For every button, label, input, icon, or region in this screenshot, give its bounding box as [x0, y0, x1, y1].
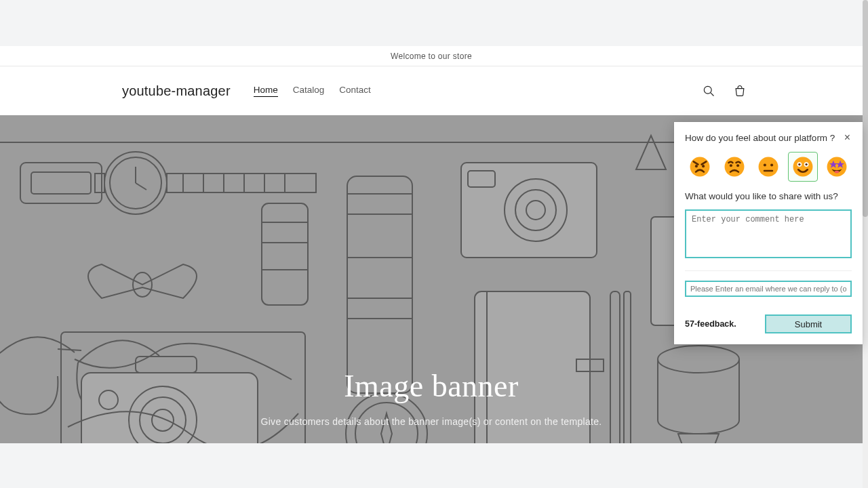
svg-point-67 [793, 157, 812, 177]
primary-nav: Home Catalog Contact [254, 85, 371, 97]
cart-icon[interactable] [732, 83, 747, 98]
emoji-neutral[interactable] [753, 152, 783, 182]
svg-line-1 [711, 93, 714, 96]
emoji-rating-row [685, 152, 852, 182]
svg-point-64 [764, 163, 766, 166]
announcement-bar: Welcome to our store [0, 46, 863, 66]
svg-point-62 [736, 164, 739, 167]
search-icon[interactable] [701, 83, 716, 98]
svg-point-55 [690, 157, 710, 177]
hero-title: Image banner [344, 368, 519, 404]
svg-point-58 [695, 165, 698, 167]
svg-point-59 [702, 165, 705, 167]
site-logo-text[interactable]: youtube-manager [122, 83, 231, 99]
svg-point-71 [805, 163, 807, 165]
svg-point-69 [798, 163, 800, 165]
svg-point-61 [729, 164, 732, 167]
nav-contact[interactable]: Contact [339, 85, 371, 97]
feedback-close-button[interactable]: × [843, 131, 852, 144]
nav-home[interactable]: Home [254, 85, 278, 97]
svg-point-75 [835, 171, 840, 174]
emoji-happy[interactable] [788, 152, 818, 182]
svg-point-0 [704, 86, 711, 94]
emoji-star-struck[interactable] [822, 152, 852, 182]
nav-catalog[interactable]: Catalog [293, 85, 325, 97]
feedback-email-input[interactable] [685, 281, 852, 297]
hero-subtitle: Give customers details about the banner … [261, 416, 602, 427]
page-scrollbar[interactable] [863, 0, 868, 488]
feedback-submit-button[interactable]: Submit [765, 314, 852, 333]
feedback-widget: How do you feel about our platform ? × [674, 122, 863, 344]
svg-point-63 [759, 157, 778, 177]
emoji-sad[interactable] [719, 152, 749, 182]
feedback-comment-input[interactable] [685, 209, 852, 258]
feedback-brand: 57-feedback. [685, 319, 736, 329]
svg-point-60 [724, 157, 744, 177]
site-header: youtube-manager Home Catalog Contact [0, 66, 863, 115]
emoji-angry[interactable] [685, 152, 715, 182]
svg-point-65 [770, 163, 773, 166]
svg-point-72 [827, 157, 847, 177]
feedback-share-prompt: What would you like to share with us? [685, 191, 852, 201]
feedback-question: How do you feel about our platform ? [685, 133, 835, 143]
